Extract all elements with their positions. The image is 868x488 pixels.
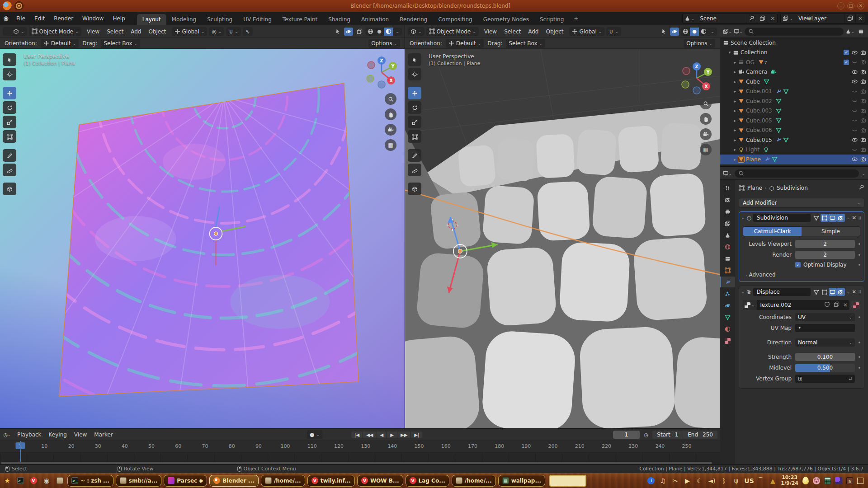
terminal-launcher-icon[interactable]: >_: [15, 475, 26, 486]
hide-eye-icon[interactable]: [852, 50, 858, 56]
shading-material-icon[interactable]: [384, 28, 393, 36]
workspace-tab[interactable]: Scripting: [534, 14, 569, 25]
viewport-menu-item[interactable]: Object: [542, 27, 567, 36]
ruler-frame-120[interactable]: 120: [334, 443, 344, 449]
camera-view-icon[interactable]: [385, 124, 396, 136]
outliner-row-collection[interactable]: ▾Collection ✓: [720, 48, 868, 58]
close-icon[interactable]: ✕: [855, 14, 865, 23]
taskbar-button-parsec[interactable]: Parsec🕪: [164, 475, 207, 487]
ruler-frame-60[interactable]: 60: [175, 443, 181, 449]
exclude-checkbox[interactable]: ✓: [844, 60, 849, 65]
drag-dropdown[interactable]: Select Box⌄: [506, 39, 545, 48]
scene-name[interactable]: Scene: [696, 15, 746, 22]
ruler-frame-80[interactable]: 80: [229, 443, 235, 449]
vivaldi-launcher-icon[interactable]: V: [28, 475, 39, 486]
duplicate-icon[interactable]: [832, 301, 841, 309]
new-collection-icon[interactable]: [856, 28, 865, 36]
outliner-row-cube-003[interactable]: ▸Cube.003: [720, 106, 868, 116]
shading-wireframe-icon[interactable]: [681, 28, 690, 36]
workspace-tab[interactable]: Texture Paint: [277, 14, 323, 25]
modifier-name-field[interactable]: Subdivision: [753, 214, 811, 222]
hide-eye-icon[interactable]: [852, 98, 858, 104]
start-frame-field[interactable]: Start1: [652, 431, 683, 439]
ruler-frame-10[interactable]: 10: [41, 443, 47, 449]
vertex-group-field[interactable]: ⊞⇄: [795, 375, 855, 383]
mode-selector[interactable]: Object Mode⌄: [29, 27, 81, 36]
viewport-menu-item[interactable]: Select: [500, 27, 524, 36]
tab-object-data[interactable]: [720, 312, 735, 323]
tab-modifiers[interactable]: [720, 277, 735, 287]
window-maximize-button[interactable]: □: [847, 2, 854, 9]
timeline-menu-item[interactable]: View: [71, 430, 90, 439]
tool-measure[interactable]: [3, 164, 16, 176]
viewport-menu-item[interactable]: View: [83, 27, 103, 36]
navigation-gizmo[interactable]: Z Y X: [364, 53, 399, 89]
outliner-row-cube-002[interactable]: ▸Cube.002: [720, 96, 868, 106]
exclude-checkbox[interactable]: ✓: [844, 50, 849, 55]
coordinates-dropdown[interactable]: UV⌄: [795, 313, 855, 321]
shading-material-icon[interactable]: [699, 28, 708, 36]
tool-scale[interactable]: [408, 116, 421, 128]
tab-render[interactable]: [720, 194, 735, 205]
workspace-tab[interactable]: Layout: [137, 14, 166, 25]
add-modifier-button[interactable]: Add Modifier⌄: [739, 198, 864, 208]
viewport-menu-item[interactable]: Add: [524, 27, 542, 36]
tray-expander-icon[interactable]: ▲: [769, 477, 777, 484]
outliner-row-camera[interactable]: ▸Camera: [720, 67, 868, 77]
window-minimize-button[interactable]: –: [837, 2, 844, 9]
emoji-tray-icon[interactable]: ☺: [813, 477, 820, 484]
render-camera-icon[interactable]: [860, 69, 866, 75]
simple-button[interactable]: Simple: [802, 227, 860, 236]
timeline-menu-item[interactable]: Playback: [14, 430, 45, 439]
breadcrumb-modifier[interactable]: Subdivision: [777, 185, 808, 191]
ruler-frame-250[interactable]: 250: [682, 443, 692, 449]
ruler-frame-220[interactable]: 220: [602, 443, 611, 449]
midlevel-slider[interactable]: 0.500: [795, 364, 855, 372]
render-levels-field[interactable]: 2: [795, 251, 855, 259]
tool-select-box[interactable]: [3, 53, 16, 66]
toggle-xray-icon[interactable]: [355, 28, 364, 36]
on-cage-toggle[interactable]: [812, 288, 821, 296]
usb-devices-tray-icon[interactable]: ψ: [732, 477, 740, 484]
ruler-frame-200[interactable]: 200: [548, 443, 558, 449]
dictionary-tray-icon[interactable]: a: [846, 477, 853, 484]
drag-handle[interactable]: ⣿: [858, 216, 862, 220]
zoom-icon[interactable]: [700, 98, 712, 109]
unlink-icon[interactable]: ✕: [841, 302, 849, 308]
tab-collection[interactable]: [720, 253, 735, 264]
timeline-editor-icon[interactable]: ◷⌄: [3, 431, 12, 439]
new-scene-icon[interactable]: [757, 14, 768, 23]
transport-button[interactable]: ◀: [377, 432, 387, 438]
taskbar-button-blender[interactable]: Blender ...: [209, 475, 258, 487]
render-camera-icon[interactable]: [860, 127, 866, 133]
editor-type-button[interactable]: ⌄: [408, 27, 425, 36]
hide-eye-icon[interactable]: [852, 147, 858, 153]
collapse-icon[interactable]: ⌄: [741, 216, 745, 220]
ruler-frame-190[interactable]: 190: [521, 443, 531, 449]
ruler-frame-230[interactable]: 230: [628, 443, 638, 449]
options-button[interactable]: Options⌄: [684, 39, 715, 48]
outliner-editor-icon[interactable]: ⌄: [723, 28, 732, 36]
transport-button[interactable]: ◀◀: [363, 432, 376, 438]
pin-icon[interactable]: [859, 184, 864, 190]
ruler-frame-160[interactable]: 160: [441, 443, 451, 449]
edit-mode-toggle[interactable]: [821, 214, 829, 222]
tool-cursor[interactable]: [3, 68, 16, 80]
new-viewlayer-icon[interactable]: [844, 14, 855, 23]
ruler-frame-130[interactable]: 130: [361, 443, 370, 449]
outliner-row-light[interactable]: ▸Light: [720, 145, 868, 155]
timeline-menu-item[interactable]: Marker: [90, 430, 116, 439]
ruler-frame-180[interactable]: 180: [495, 443, 504, 449]
render-camera-icon[interactable]: [860, 137, 866, 143]
tool-move[interactable]: [3, 87, 16, 99]
current-frame-field[interactable]: 1: [613, 431, 640, 439]
egg-timer-tray-icon[interactable]: [802, 477, 809, 484]
tool-transform[interactable]: [408, 130, 421, 143]
modifier-extras-icon[interactable]: ⌄: [847, 290, 850, 294]
hide-eye-icon[interactable]: [852, 69, 858, 75]
hide-eye-icon[interactable]: [852, 59, 858, 65]
workspace-tab[interactable]: Shading: [323, 14, 356, 25]
levels-viewport-field[interactable]: 2: [795, 240, 855, 248]
editor-type-button[interactable]: ⌄: [3, 27, 27, 36]
outliner-display-mode-icon[interactable]: ⌄: [734, 28, 743, 36]
